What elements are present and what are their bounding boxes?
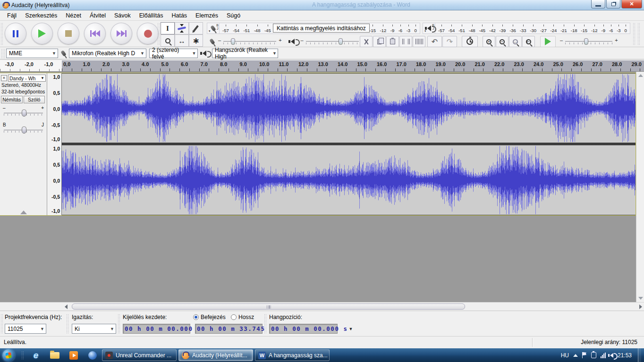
recording-channels-select[interactable]: 2 (sztereó) felvé▼	[149, 49, 198, 58]
selection-start-field[interactable]: 00 h 00 m 00.000 s▼	[123, 324, 190, 334]
network-icon[interactable]	[601, 353, 606, 358]
copy-button[interactable]	[373, 36, 386, 47]
track-vertical-ruler[interactable]: 1,00,50,0-0,5-1,01,00,50,0-0,5-1,0	[47, 73, 62, 215]
audio-position-field[interactable]: 00 h 00 m 00.000 s▼	[269, 324, 338, 334]
toolbar-grip[interactable]	[66, 314, 69, 334]
timeline-ruler[interactable]: -3,0-2,0-1,00,01.02.03.04.05.06.07.08.09…	[0, 60, 644, 72]
toolbar-grip[interactable]	[1, 49, 5, 58]
pan-slider[interactable]: B J	[4, 124, 43, 135]
scroll-right-arrow[interactable]	[639, 304, 642, 309]
menu-view[interactable]: Nézet	[61, 11, 85, 20]
output-volume-slider[interactable]	[306, 38, 359, 45]
taskbar-button-audacity[interactable]: Audacity (Helyreállít...	[178, 349, 253, 361]
trim-outside-button[interactable]	[399, 36, 412, 47]
recording-meter-mic[interactable]: BJ ▾	[207, 23, 220, 34]
toolbar-grip[interactable]	[0, 314, 3, 334]
redo-button[interactable]: ↷	[442, 36, 457, 47]
end-radio[interactable]	[193, 314, 199, 320]
play-button[interactable]	[31, 23, 53, 44]
horizontal-scrollbar[interactable]	[0, 302, 644, 311]
draw-tool-button[interactable]	[189, 22, 203, 34]
selection-tool-button[interactable]: I	[161, 22, 175, 34]
snap-to-select[interactable]: Ki▼	[72, 324, 116, 334]
action-center-flag-icon[interactable]	[582, 352, 587, 358]
toolbar-grip[interactable]	[633, 23, 636, 45]
dropdown-arrow-icon[interactable]: ▾	[209, 29, 211, 33]
toolbar-grip[interactable]	[637, 23, 640, 45]
mute-button[interactable]: Némítás	[1, 96, 23, 103]
pause-button[interactable]	[5, 23, 26, 44]
zoom-out-button[interactable]: −	[496, 36, 508, 47]
recording-device-select[interactable]: Mikrofon (Realtek High D▼	[69, 49, 146, 58]
track-title-menu[interactable]: Dandy - Wh▼	[8, 75, 46, 82]
zoom-in-button[interactable]: +	[483, 36, 495, 47]
update-icon[interactable]	[591, 352, 596, 358]
length-radio-label[interactable]: Hossz	[238, 314, 254, 320]
menu-analyze[interactable]: Elemzés	[191, 11, 222, 20]
menu-tracks[interactable]: Sávok	[110, 11, 135, 20]
start-button[interactable]	[2, 349, 15, 362]
dropdown-arrow-icon[interactable]: ▾	[424, 29, 426, 33]
menu-effect[interactable]: Hatás	[167, 11, 191, 20]
menu-transport[interactable]: Átvitel	[85, 11, 110, 20]
language-indicator[interactable]: HU	[561, 352, 569, 359]
playback-meter[interactable]: BJ ▾ -57-54-51-48-45-42-39-36-33-30-27-2…	[423, 23, 630, 34]
internet-explorer-launcher[interactable]: e	[29, 350, 42, 361]
playback-speed-slider[interactable]	[565, 38, 612, 45]
playback-device-select[interactable]: Hangszórók (Realtek High▼	[212, 49, 278, 58]
media-player-launcher[interactable]	[67, 350, 80, 361]
taskbar-button-word-document[interactable]: W A hangmagasság sza...	[255, 349, 330, 361]
record-button[interactable]	[137, 23, 159, 44]
show-desktop-button[interactable]	[638, 348, 641, 362]
output-volume-thumb[interactable]	[339, 38, 343, 45]
fit-project-button[interactable]: ⊢	[522, 36, 535, 47]
skip-to-start-button[interactable]	[84, 23, 106, 44]
end-radio-label[interactable]: Befejezés	[201, 314, 226, 320]
audio-track[interactable]: × Dandy - Wh▼ Sztereó, 48000Hz 32-bit le…	[0, 73, 636, 215]
cut-button[interactable]	[360, 36, 373, 47]
scroll-down-arrow[interactable]	[638, 297, 643, 300]
toolbar-grip[interactable]	[0, 23, 3, 45]
hidden-icons-arrow[interactable]	[573, 354, 578, 357]
selection-end-field[interactable]: 00 h 00 m 33.745 s▼	[195, 324, 263, 334]
vertical-scrollbar[interactable]	[636, 72, 644, 302]
solo-button[interactable]: Szóló	[24, 96, 45, 103]
title-bar[interactable]: A hangmagasság szabályozása - Word Audac…	[0, 0, 644, 10]
pan-slider-thumb[interactable]	[22, 126, 26, 134]
zoom-tool-button[interactable]	[161, 34, 175, 47]
audio-host-select[interactable]: MME▼	[6, 49, 58, 58]
toolbar-grip[interactable]	[264, 314, 267, 334]
multi-tool-button[interactable]: ∗	[189, 34, 203, 47]
toolbar-grip[interactable]	[157, 23, 160, 45]
envelope-tool-button[interactable]	[175, 22, 189, 34]
length-radio[interactable]	[231, 314, 237, 320]
explorer-launcher[interactable]	[48, 350, 61, 361]
track-area[interactable]: × Dandy - Wh▼ Sztereó, 48000Hz 32-bit le…	[0, 72, 644, 302]
volume-icon[interactable]	[610, 353, 613, 358]
timer-record-button[interactable]	[462, 36, 478, 47]
restore-button[interactable]	[606, 0, 620, 8]
menu-generate[interactable]: Előállítás	[135, 11, 168, 20]
menu-edit[interactable]: Szerkesztés	[21, 11, 61, 20]
track-close-button[interactable]: ×	[1, 75, 7, 81]
clock[interactable]: 21:53	[618, 352, 632, 359]
horizontal-scroll-thumb[interactable]	[72, 303, 465, 310]
playback-speed-thumb[interactable]	[584, 38, 588, 45]
gain-slider[interactable]: – +	[4, 107, 43, 118]
scroll-up-arrow[interactable]	[638, 74, 643, 77]
minimize-button[interactable]	[591, 0, 605, 8]
waveform-clip[interactable]	[62, 73, 636, 215]
fit-selection-button[interactable]: ↔	[509, 36, 522, 47]
stop-button[interactable]	[58, 23, 79, 44]
skip-to-end-button[interactable]	[110, 23, 132, 44]
timeshift-tool-button[interactable]: ↔	[175, 34, 189, 47]
project-rate-select[interactable]: 11025▼	[5, 324, 46, 334]
close-button[interactable]: ✕	[621, 0, 642, 8]
menu-help[interactable]: Súgó	[222, 11, 245, 20]
taskbar-button-unreal-commander[interactable]: Unreal Commander ...	[102, 349, 177, 361]
scroll-left-arrow[interactable]	[65, 304, 68, 309]
paste-button[interactable]	[386, 36, 399, 47]
toolbar-grip[interactable]	[118, 314, 120, 334]
undo-button[interactable]: ↶	[427, 36, 442, 47]
menu-file[interactable]: Fájl	[3, 11, 21, 20]
